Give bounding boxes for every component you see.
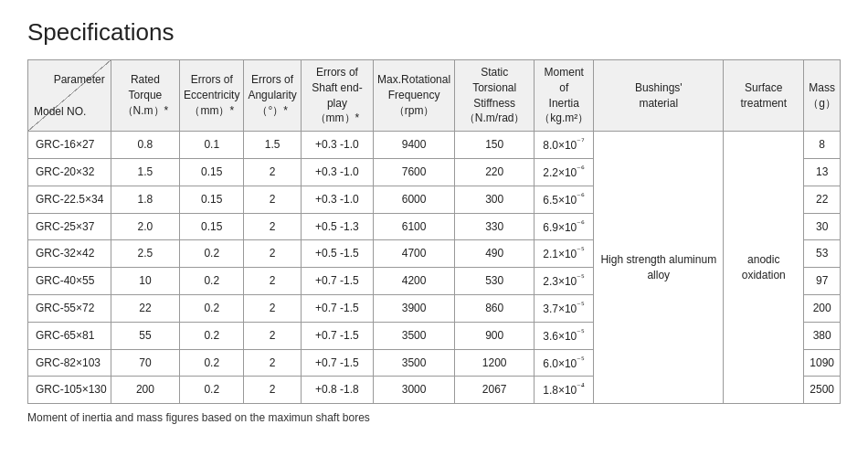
col-shaft-endplay: Errors ofShaft end-play（mm）* bbox=[301, 60, 373, 132]
cell-static-torsional: 860 bbox=[455, 294, 535, 322]
cell-static-torsional: 150 bbox=[455, 132, 535, 159]
cell-rated-torque: 1.5 bbox=[111, 158, 179, 186]
cell-static-torsional: 530 bbox=[455, 268, 535, 295]
cell-eccentricity: 0.2 bbox=[180, 294, 244, 322]
cell-model: GRC-65×81 bbox=[28, 322, 111, 349]
cell-mass: 8 bbox=[804, 132, 841, 159]
cell-rated-torque: 10 bbox=[111, 268, 179, 295]
cell-model: GRC-105×130 bbox=[28, 377, 111, 404]
cell-angularity: 2 bbox=[244, 240, 301, 268]
cell-static-torsional: 300 bbox=[455, 186, 535, 213]
cell-rated-torque: 1.8 bbox=[111, 186, 179, 213]
cell-max-rpm: 3000 bbox=[374, 377, 455, 404]
cell-moment-inertia: 2.3×10⁻⁵ bbox=[535, 268, 594, 295]
specifications-table: Parameter Model NO. Rated Torque（N.m）* E… bbox=[27, 59, 841, 404]
cell-model: GRC-16×27 bbox=[28, 132, 111, 159]
cell-mass: 1090 bbox=[804, 349, 841, 377]
cell-mass: 30 bbox=[804, 213, 841, 240]
model-label: Model NO. bbox=[34, 104, 105, 120]
cell-rated-torque: 2.5 bbox=[111, 240, 179, 268]
cell-angularity: 2 bbox=[244, 349, 301, 377]
col-rated-torque: Rated Torque（N.m）* bbox=[111, 60, 179, 132]
col-surface: Surfacetreatment bbox=[724, 60, 804, 132]
cell-eccentricity: 0.15 bbox=[180, 186, 244, 213]
cell-moment-inertia: 6.0×10⁻⁵ bbox=[535, 349, 594, 377]
cell-rated-torque: 55 bbox=[111, 322, 179, 349]
col-eccentricity: Errors ofEccentricity（mm）* bbox=[180, 60, 244, 132]
cell-model: GRC-20×32 bbox=[28, 158, 111, 186]
cell-model: GRC-25×37 bbox=[28, 213, 111, 240]
cell-moment-inertia: 8.0×10⁻⁷ bbox=[535, 132, 594, 159]
cell-static-torsional: 1200 bbox=[455, 349, 535, 377]
cell-bushings: High strength aluminum alloy bbox=[594, 132, 724, 404]
cell-angularity: 2 bbox=[244, 158, 301, 186]
cell-shaft-endplay: +0.5 -1.5 bbox=[301, 240, 373, 268]
cell-rated-torque: 2.0 bbox=[111, 213, 179, 240]
cell-mass: 380 bbox=[804, 322, 841, 349]
page-title: Specifications bbox=[27, 18, 841, 47]
cell-model: GRC-55×72 bbox=[28, 294, 111, 322]
cell-eccentricity: 0.15 bbox=[180, 213, 244, 240]
cell-eccentricity: 0.2 bbox=[180, 240, 244, 268]
cell-surface: anodic oxidation bbox=[724, 132, 804, 404]
cell-max-rpm: 6100 bbox=[374, 213, 455, 240]
cell-angularity: 2 bbox=[244, 268, 301, 295]
param-label: Parameter bbox=[34, 72, 105, 88]
cell-static-torsional: 900 bbox=[455, 322, 535, 349]
col-bushings: Bushings'material bbox=[594, 60, 724, 132]
footnote: Moment of inertia and mass figures based… bbox=[27, 411, 841, 424]
cell-model: GRC-82×103 bbox=[28, 349, 111, 377]
cell-rated-torque: 0.8 bbox=[111, 132, 179, 159]
cell-mass: 200 bbox=[804, 294, 841, 322]
cell-max-rpm: 9400 bbox=[374, 132, 455, 159]
cell-shaft-endplay: +0.7 -1.5 bbox=[301, 322, 373, 349]
cell-moment-inertia: 3.6×10⁻⁵ bbox=[535, 322, 594, 349]
cell-rated-torque: 200 bbox=[111, 377, 179, 404]
cell-rated-torque: 70 bbox=[111, 349, 179, 377]
cell-max-rpm: 7600 bbox=[374, 158, 455, 186]
table-row: GRC-16×270.80.11.5+0.3 -1.094001508.0×10… bbox=[28, 132, 841, 159]
cell-eccentricity: 0.2 bbox=[180, 377, 244, 404]
cell-max-rpm: 6000 bbox=[374, 186, 455, 213]
cell-max-rpm: 3500 bbox=[374, 322, 455, 349]
cell-moment-inertia: 2.1×10⁻⁵ bbox=[535, 240, 594, 268]
cell-model: GRC-40×55 bbox=[28, 268, 111, 295]
cell-shaft-endplay: +0.5 -1.3 bbox=[301, 213, 373, 240]
cell-angularity: 2 bbox=[244, 322, 301, 349]
cell-moment-inertia: 2.2×10⁻⁶ bbox=[535, 158, 594, 186]
cell-eccentricity: 0.2 bbox=[180, 268, 244, 295]
cell-eccentricity: 0.1 bbox=[180, 132, 244, 159]
cell-max-rpm: 4200 bbox=[374, 268, 455, 295]
cell-angularity: 2 bbox=[244, 377, 301, 404]
cell-eccentricity: 0.15 bbox=[180, 158, 244, 186]
col-angularity: Errors ofAngularity（°）* bbox=[244, 60, 301, 132]
cell-shaft-endplay: +0.7 -1.5 bbox=[301, 294, 373, 322]
cell-mass: 2500 bbox=[804, 377, 841, 404]
cell-max-rpm: 4700 bbox=[374, 240, 455, 268]
cell-shaft-endplay: +0.7 -1.5 bbox=[301, 349, 373, 377]
col-mass: Mass（g） bbox=[804, 60, 841, 132]
cell-static-torsional: 490 bbox=[455, 240, 535, 268]
cell-model: GRC-22.5×34 bbox=[28, 186, 111, 213]
cell-shaft-endplay: +0.7 -1.5 bbox=[301, 268, 373, 295]
cell-angularity: 2 bbox=[244, 294, 301, 322]
cell-eccentricity: 0.2 bbox=[180, 322, 244, 349]
cell-model: GRC-32×42 bbox=[28, 240, 111, 268]
cell-static-torsional: 2067 bbox=[455, 377, 535, 404]
cell-max-rpm: 3500 bbox=[374, 349, 455, 377]
cell-shaft-endplay: +0.3 -1.0 bbox=[301, 158, 373, 186]
cell-static-torsional: 220 bbox=[455, 158, 535, 186]
cell-angularity: 2 bbox=[244, 186, 301, 213]
cell-moment-inertia: 6.9×10⁻⁶ bbox=[535, 213, 594, 240]
specs-table-wrapper: Parameter Model NO. Rated Torque（N.m）* E… bbox=[27, 59, 841, 404]
col-moment-inertia: Moment ofInertia（kg.m²） bbox=[535, 60, 594, 132]
col-max-rpm: Max.RotationalFrequency（rpm） bbox=[374, 60, 455, 132]
cell-moment-inertia: 3.7×10⁻⁵ bbox=[535, 294, 594, 322]
col-static-torsional: Static TorsionalStiffness（N.m/rad） bbox=[455, 60, 535, 132]
cell-max-rpm: 3900 bbox=[374, 294, 455, 322]
cell-shaft-endplay: +0.8 -1.8 bbox=[301, 377, 373, 404]
cell-moment-inertia: 6.5×10⁻⁶ bbox=[535, 186, 594, 213]
cell-mass: 97 bbox=[804, 268, 841, 295]
cell-shaft-endplay: +0.3 -1.0 bbox=[301, 186, 373, 213]
cell-angularity: 1.5 bbox=[244, 132, 301, 159]
